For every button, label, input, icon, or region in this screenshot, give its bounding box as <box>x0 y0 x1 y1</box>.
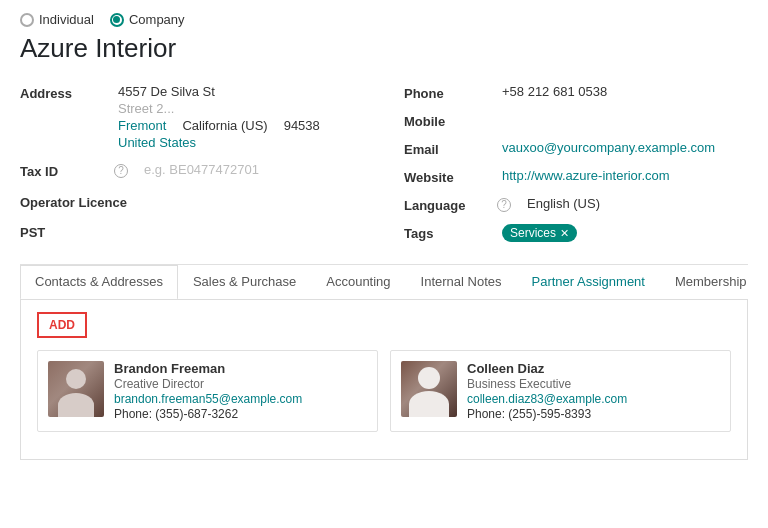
email-label: Email <box>404 140 494 157</box>
website-row: Website http://www.azure-interior.com <box>404 168 748 190</box>
page-title: Azure Interior <box>20 33 748 64</box>
tag-services: Services ✕ <box>502 224 577 242</box>
company-radio-circle <box>110 13 124 27</box>
contact-email-colleen[interactable]: colleen.diaz83@example.com <box>467 392 627 406</box>
tab-content-contacts: ADD Brandon Freeman Creative Director br… <box>20 300 748 460</box>
website-label: Website <box>404 168 494 185</box>
contact-phone-brandon: Phone: (355)-687-3262 <box>114 407 302 421</box>
pst-row: PST <box>20 220 364 242</box>
address-label: Address <box>20 84 110 101</box>
phone-value: +58 212 681 0538 <box>502 84 748 99</box>
tab-contacts[interactable]: Contacts & Addresses <box>20 265 178 300</box>
individual-radio[interactable]: Individual <box>20 12 94 27</box>
language-help-icon[interactable]: ? <box>497 198 511 212</box>
form-left: Address 4557 De Silva St Street 2... Fre… <box>20 84 364 248</box>
tab-accounting[interactable]: Accounting <box>311 265 405 299</box>
tax-id-label: Tax ID <box>20 162 110 179</box>
company-radio[interactable]: Company <box>110 12 185 27</box>
tab-membership[interactable]: Membership <box>660 265 748 299</box>
language-row: Language ? English (US) <box>404 196 748 218</box>
contact-phone-colleen: Phone: (255)-595-8393 <box>467 407 627 421</box>
tags-label: Tags <box>404 224 494 241</box>
tax-id-label-group: Tax ID ? <box>20 162 128 179</box>
contact-title-brandon: Creative Director <box>114 377 302 391</box>
mobile-label: Mobile <box>404 112 494 129</box>
tab-sales[interactable]: Sales & Purchase <box>178 265 311 299</box>
contact-info-brandon: Brandon Freeman Creative Director brando… <box>114 361 302 421</box>
address-field-row: Address 4557 De Silva St Street 2... Fre… <box>20 84 364 150</box>
contact-type-radio: Individual Company <box>20 12 748 27</box>
email-row: Email vauxoo@yourcompany.example.com <box>404 140 748 162</box>
language-value: English (US) <box>527 196 748 211</box>
tabs-container: Contacts & Addresses Sales & Purchase Ac… <box>20 265 748 300</box>
address-line1: 4557 De Silva St <box>118 84 320 99</box>
email-value[interactable]: vauxoo@yourcompany.example.com <box>502 140 748 155</box>
company-label: Company <box>129 12 185 27</box>
contact-info-colleen: Colleen Diaz Business Executive colleen.… <box>467 361 627 421</box>
tab-partner-assignment[interactable]: Partner Assignment <box>517 265 660 299</box>
address-state: California (US) <box>182 118 267 133</box>
form-right: Phone +58 212 681 0538 Mobile Email vaux… <box>404 84 748 248</box>
individual-label: Individual <box>39 12 94 27</box>
mobile-row: Mobile <box>404 112 748 134</box>
individual-radio-circle <box>20 13 34 27</box>
website-value[interactable]: http://www.azure-interior.com <box>502 168 748 183</box>
contact-name-brandon: Brandon Freeman <box>114 361 302 376</box>
contact-card-brandon[interactable]: Brandon Freeman Creative Director brando… <box>37 350 378 432</box>
address-country: United States <box>118 135 320 150</box>
tax-id-help-icon[interactable]: ? <box>114 164 128 178</box>
tag-services-label: Services <box>510 226 556 240</box>
avatar-brandon <box>48 361 104 417</box>
phone-row: Phone +58 212 681 0538 <box>404 84 748 106</box>
phone-label: Phone <box>404 84 494 101</box>
address-street2: Street 2... <box>118 101 320 116</box>
operator-licence-label: Operator Licence <box>20 193 127 210</box>
language-label: Language <box>404 196 494 213</box>
tag-services-close-icon[interactable]: ✕ <box>560 227 569 240</box>
tax-id-row: Tax ID ? e.g. BE0477472701 <box>20 162 364 184</box>
address-block: 4557 De Silva St Street 2... Fremont Cal… <box>118 84 320 150</box>
tags-list: Services ✕ <box>502 224 577 242</box>
contact-name-colleen: Colleen Diaz <box>467 361 627 376</box>
tax-id-placeholder: e.g. BE0477472701 <box>144 162 259 177</box>
address-city: Fremont <box>118 118 166 133</box>
operator-licence-row: Operator Licence <box>20 190 364 212</box>
form-section: Address 4557 De Silva St Street 2... Fre… <box>20 84 748 248</box>
pst-label: PST <box>20 223 110 240</box>
page-container: Individual Company Azure Interior Addres… <box>0 0 768 480</box>
contact-title-colleen: Business Executive <box>467 377 627 391</box>
address-city-row: Fremont California (US) 94538 <box>118 118 320 133</box>
address-zip: 94538 <box>284 118 320 133</box>
contact-email-brandon[interactable]: brandon.freeman55@example.com <box>114 392 302 406</box>
tab-internal-notes[interactable]: Internal Notes <box>406 265 517 299</box>
contact-card-colleen[interactable]: Colleen Diaz Business Executive colleen.… <box>390 350 731 432</box>
contacts-grid: Brandon Freeman Creative Director brando… <box>37 350 731 432</box>
avatar-colleen <box>401 361 457 417</box>
tags-row: Tags Services ✕ <box>404 224 748 246</box>
add-button[interactable]: ADD <box>37 312 87 338</box>
